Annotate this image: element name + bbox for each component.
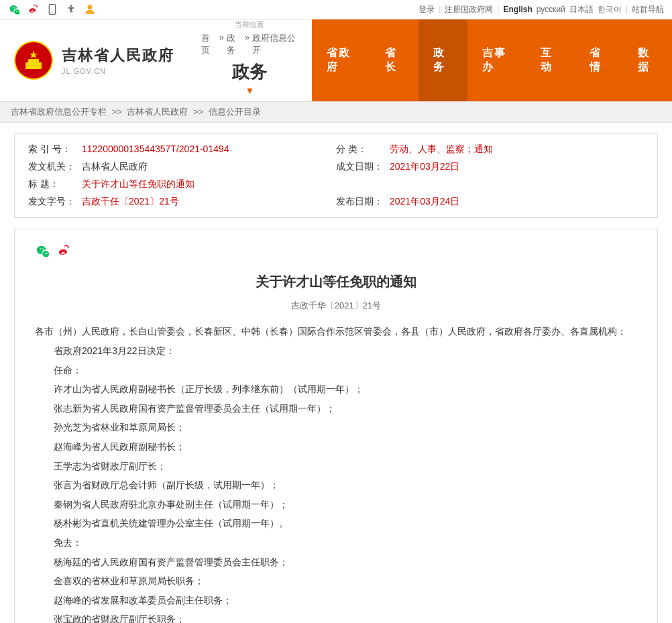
weibo-icon[interactable]	[27, 3, 40, 16]
appoint-item-7: 杨朴彬为省直机关统建管理办公室主任（试用期一年）。	[35, 514, 637, 532]
site-title: 吉林省人民政府	[62, 46, 174, 66]
appoint-item-2: 孙光芝为省林业和草原局局长；	[35, 418, 637, 437]
value-date-made: 2021年03月22日	[390, 161, 644, 173]
svg-point-1	[52, 11, 52, 12]
label-index: 索 引 号：	[28, 144, 82, 156]
main-nav: 省政府 省长 政务 吉事办 互动 省情 数据	[312, 19, 672, 101]
breadcrumb-home[interactable]: 首页	[201, 32, 217, 56]
nav-item-ji-affairs[interactable]: 吉事办	[467, 19, 526, 101]
appoint-item-3: 赵海峰为省人民政府副秘书长；	[35, 438, 637, 456]
header: 吉林省人民政府 JL.GOV.CN 当前位置 首页 » 政务 » 政府信息公开 …	[0, 19, 672, 101]
label-pub-date	[336, 178, 390, 190]
svg-point-2	[70, 5, 72, 7]
header-mid: 当前位置 首页 » 政务 » 政府信息公开 政务 ▼	[188, 19, 312, 101]
doc-box: 关于许才山等任免职的通知 吉政千华〔2021〕21号 各市（州）人民政府，长白山…	[14, 229, 658, 623]
svg-rect-0	[49, 5, 55, 15]
label-pub-date2: 发布日期：	[336, 196, 390, 208]
doc-ref: 吉政千华〔2021〕21号	[35, 298, 637, 313]
breadcrumb-sep1: >>	[112, 107, 122, 117]
current-pos-label: 当前位置	[235, 19, 264, 30]
label-title: 标 题：	[28, 178, 82, 190]
doc-share-icons	[35, 243, 637, 259]
logo-text: 吉林省人民政府 JL.GOV.CN	[62, 46, 174, 75]
phone-icon[interactable]	[46, 3, 59, 16]
value-index: 11220000013544357T/2021-01494	[82, 144, 336, 156]
emblem-icon	[13, 40, 54, 80]
nav-item-province-info[interactable]: 省情	[575, 19, 624, 101]
section-title: 政务	[232, 60, 267, 84]
value-title: 关于许才山等任免职的通知	[82, 178, 336, 190]
value-doc-num: 吉政干任〔2021〕21号	[82, 196, 336, 208]
breadcrumb-item2[interactable]: 吉林省人民政府	[127, 107, 188, 117]
value-pub-date-empty	[390, 178, 644, 190]
site-guide-link[interactable]: 站群导航	[632, 4, 664, 15]
doc-appoint-label: 任命：	[35, 361, 637, 380]
person-icon[interactable]	[83, 3, 97, 16]
dismiss-item-1: 金喜双的省林业和草原局局长职务；	[35, 572, 637, 590]
lang-ko[interactable]: 한국어	[598, 4, 622, 15]
top-bar-social-icons	[8, 3, 97, 16]
nav-item-data[interactable]: 数据	[623, 19, 672, 101]
lang-en[interactable]: English	[503, 5, 532, 14]
doc-body: 各市（州）人民政府，长白山管委会，长春新区、中韩（长春）国际合作示范区管委会，各…	[35, 323, 637, 623]
top-bar-links: 登录 | 注册国政府网 | English русский 日本語 한국어 | …	[418, 4, 664, 15]
dismiss-item-0: 杨海廷的省人民政府国有资产监督管理委员会主任职务；	[35, 553, 637, 571]
header-left: 吉林省人民政府 JL.GOV.CN	[0, 19, 188, 101]
doc-opening: 省政府2021年3月22日决定：	[35, 342, 637, 360]
accessibility-icon[interactable]	[64, 3, 78, 16]
register-link[interactable]: 注册国政府网	[445, 4, 493, 15]
wechat-icon[interactable]	[8, 3, 21, 16]
breadcrumb-sep1: »	[219, 32, 224, 56]
doc-weibo-icon[interactable]	[56, 243, 72, 259]
nav-item-interact[interactable]: 互动	[526, 19, 575, 101]
breadcrumb-item3[interactable]: 信息公开目录	[209, 107, 261, 117]
value-pub-date: 2021年03月24日	[390, 196, 644, 208]
label-org: 发文机关：	[28, 161, 82, 173]
value-class: 劳动、人事、监察；通知	[390, 144, 644, 156]
svg-point-3	[88, 5, 93, 9]
nav-item-governor[interactable]: 省长	[370, 19, 419, 101]
top-bar: 登录 | 注册国政府网 | English русский 日本語 한국어 | …	[0, 0, 672, 19]
lang-ru[interactable]: русский	[537, 5, 565, 14]
breadcrumb-sep2: »	[245, 32, 249, 56]
info-grid: 索 引 号： 11220000013544357T/2021-01494 分 类…	[28, 144, 644, 208]
dismiss-item-3: 张宝政的省财政厅副厅长职务；	[35, 610, 637, 623]
appoint-item-6: 秦钢为省人民政府驻北京办事处副主任（试用期一年）；	[35, 496, 637, 514]
nav-item-province-gov[interactable]: 省政府	[312, 19, 370, 101]
doc-addressee: 各市（州）人民政府，长白山管委会，长春新区、中韩（长春）国际合作示范区管委会，各…	[35, 323, 637, 341]
doc-dismiss-label: 免去：	[35, 534, 637, 552]
label-date-made: 成文日期：	[336, 161, 390, 173]
login-link[interactable]: 登录	[418, 4, 435, 15]
dismiss-item-2: 赵海峰的省发展和改革委员会副主任职务；	[35, 591, 637, 610]
label-doc-num: 发文字号：	[28, 196, 82, 208]
svg-rect-7	[28, 59, 39, 63]
breadcrumb-gov[interactable]: 政务	[227, 32, 242, 56]
doc-wechat-icon[interactable]	[35, 243, 51, 259]
nav-item-gov-affairs[interactable]: 政务	[418, 19, 467, 101]
doc-title: 关于许才山等任免职的通知	[35, 270, 637, 294]
arrow-down-icon: ▼	[245, 85, 254, 96]
breadcrumb-info[interactable]: 政府信息公开	[252, 32, 298, 56]
lang-ja[interactable]: 日本語	[569, 4, 594, 15]
breadcrumb-sep2: >>	[193, 107, 203, 117]
svg-rect-6	[25, 62, 42, 69]
info-box: 索 引 号： 11220000013544357T/2021-01494 分 类…	[14, 133, 658, 218]
appoint-item-1: 张志新为省人民政府国有资产监督管理委员会主任（试用期一年）；	[35, 400, 637, 418]
appoint-item-5: 张言为省财政厅总会计师（副厅长级，试用期一年）；	[35, 476, 637, 494]
breadcrumb-item1[interactable]: 吉林省政府信息公开专栏	[11, 107, 107, 117]
value-org: 吉林省人民政府	[82, 161, 336, 173]
site-url: JL.GOV.CN	[62, 67, 174, 75]
appoint-item-4: 王学志为省财政厅副厅长；	[35, 457, 637, 475]
breadcrumb-bar: 吉林省政府信息公开专栏 >> 吉林省人民政府 >> 信息公开目录	[0, 101, 672, 123]
appoint-item-0: 许才山为省人民政府副秘书长（正厅长级，列李继东前）（试用期一年）；	[35, 380, 637, 398]
label-class: 分 类：	[336, 144, 390, 156]
main-content: 索 引 号： 11220000013544357T/2021-01494 分 类…	[7, 133, 665, 623]
